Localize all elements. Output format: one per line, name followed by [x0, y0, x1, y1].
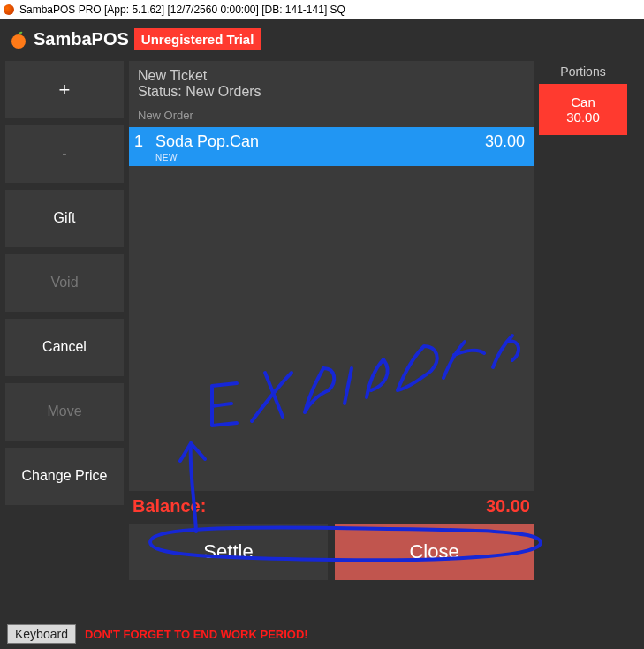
trial-badge: Unregistered Trial [134, 28, 261, 50]
balance-value: 30.00 [486, 496, 530, 517]
work-period-warning: DON'T FORGET TO END WORK PERIOD! [85, 628, 308, 641]
ticket-section-label: New Order [138, 109, 525, 122]
move-button[interactable]: Move [5, 383, 124, 441]
orange-icon [9, 30, 28, 49]
order-name-wrap: Soda Pop.Can NEW [150, 132, 485, 162]
ticket-column: New Ticket Status: New Orders New Order … [129, 61, 534, 580]
gift-button[interactable]: Gift [5, 190, 124, 247]
app-icon [4, 4, 14, 15]
balance-label: Balance: [133, 496, 206, 517]
settle-button[interactable]: Settle [129, 524, 328, 580]
increase-qty-button[interactable]: + [5, 61, 124, 118]
ticket-body [129, 166, 534, 491]
balance-bar: Balance: 30.00 [129, 491, 534, 524]
ticket-header: New Ticket Status: New Orders New Order [129, 61, 534, 127]
void-button[interactable]: Void [5, 254, 124, 312]
ticket-status: Status: New Orders [138, 84, 525, 100]
order-row[interactable]: 1 Soda Pop.Can NEW 30.00 [129, 127, 534, 166]
decrease-qty-button[interactable]: - [5, 125, 124, 183]
close-button[interactable]: Close [335, 524, 534, 580]
order-name: Soda Pop.Can [155, 132, 485, 151]
brand-logo: SambaPOS [9, 29, 129, 49]
top-bar: SambaPOS Unregistered Trial [0, 19, 644, 59]
portion-name: Can [571, 94, 595, 109]
portion-button-can[interactable]: Can 30.00 [539, 84, 627, 135]
change-price-button[interactable]: Change Price [5, 448, 124, 505]
brand-name: SambaPOS [34, 29, 129, 49]
portions-label: Portions [539, 61, 627, 84]
window-titlebar: SambaPOS PRO [App: 5.1.62] [12/7/2560 0:… [0, 0, 644, 19]
action-row: Settle Close [129, 524, 534, 580]
svg-point-0 [11, 34, 26, 49]
window-title: SambaPOS PRO [App: 5.1.62] [12/7/2560 0:… [19, 4, 345, 16]
portions-column: Portions Can 30.00 [539, 61, 627, 580]
left-button-column: + - Gift Void Cancel Move Change Price [5, 61, 124, 580]
app-root: SambaPOS Unregistered Trial + - Gift Voi… [0, 19, 644, 649]
keyboard-button[interactable]: Keyboard [7, 624, 76, 644]
order-qty: 1 [134, 132, 150, 151]
main-area: + - Gift Void Cancel Move Change Price N… [0, 59, 644, 580]
portion-price: 30.00 [566, 109, 600, 125]
order-price: 30.00 [485, 132, 525, 151]
ticket-title: New Ticket [138, 68, 525, 84]
order-tag: NEW [155, 153, 485, 162]
cancel-button[interactable]: Cancel [5, 319, 124, 376]
bottom-bar: Keyboard DON'T FORGET TO END WORK PERIOD… [0, 619, 644, 649]
